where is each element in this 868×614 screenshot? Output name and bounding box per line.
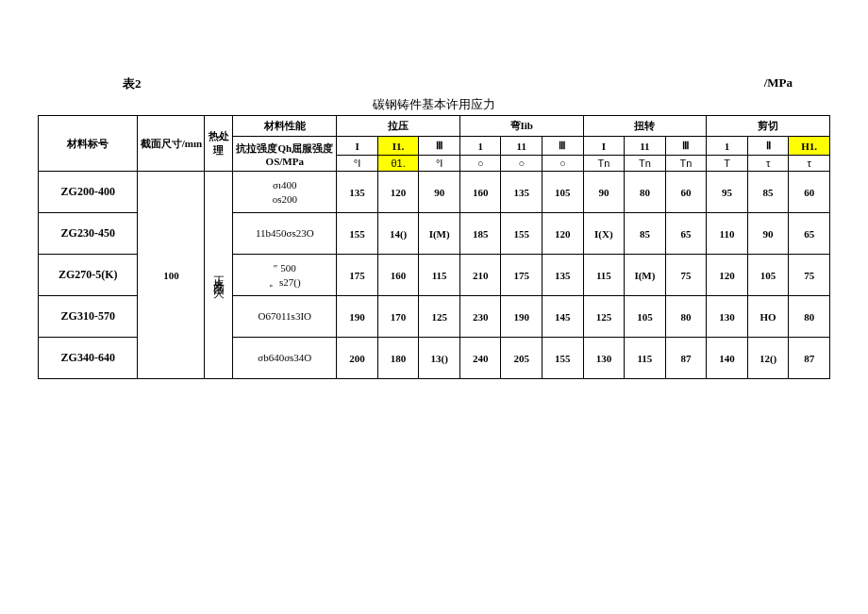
value: 155 xyxy=(542,338,584,379)
value: 145 xyxy=(542,296,584,338)
value: 155 xyxy=(337,213,378,255)
value: 13() xyxy=(419,338,460,379)
col-material: 材料标号 xyxy=(39,116,138,172)
value: 75 xyxy=(789,255,830,296)
value: 190 xyxy=(501,296,542,338)
value: 155 xyxy=(501,213,542,255)
h: Ⅲ xyxy=(419,137,460,156)
value: 60 xyxy=(665,172,707,213)
value: I(M) xyxy=(625,255,666,296)
s: τ xyxy=(747,156,789,172)
value: 115 xyxy=(419,255,460,296)
value: 85 xyxy=(625,213,666,255)
value: 120 xyxy=(707,255,748,296)
value: 85 xyxy=(747,172,789,213)
value: 130 xyxy=(583,338,625,379)
value: 120 xyxy=(377,172,419,213)
value: 125 xyxy=(583,296,625,338)
property: σb640σs34O xyxy=(233,338,337,379)
value: 210 xyxy=(459,255,501,296)
unit-label: /MPa xyxy=(764,75,793,92)
value: 80 xyxy=(625,172,666,213)
property: O67011s3IO xyxy=(233,296,337,338)
value: 65 xyxy=(789,213,830,255)
col-property-detail: 抗拉强度Qh屈服强度OS/MPa xyxy=(233,137,337,172)
value: I(M) xyxy=(419,213,460,255)
s: θ1. xyxy=(377,156,419,172)
value: 140 xyxy=(707,338,748,379)
property: σı400os200 xyxy=(233,172,337,213)
heat-treatment: 正火及回火 xyxy=(205,172,233,379)
value: 160 xyxy=(377,255,419,296)
material: ZG310-570 xyxy=(39,296,138,338)
property: 11b450σs23O xyxy=(233,213,337,255)
s: ○ xyxy=(459,156,501,172)
material: ZG230-450 xyxy=(39,213,138,255)
group-bend: 弯Iib xyxy=(459,116,583,137)
s: Tn xyxy=(583,156,625,172)
value: 75 xyxy=(665,255,707,296)
s: Tn xyxy=(625,156,666,172)
value: 190 xyxy=(337,296,378,338)
value: 80 xyxy=(789,296,830,338)
s: T xyxy=(707,156,748,172)
h: I xyxy=(583,137,625,156)
value: 60 xyxy=(789,172,830,213)
value: HO xyxy=(747,296,789,338)
value: 240 xyxy=(459,338,501,379)
group-torsion: 扭转 xyxy=(583,116,707,137)
value: 14() xyxy=(377,213,419,255)
value: 170 xyxy=(377,296,419,338)
value: 120 xyxy=(542,213,584,255)
h: Ⅲ xyxy=(665,137,707,156)
value: 115 xyxy=(625,338,666,379)
value: 175 xyxy=(501,255,542,296)
s: ○ xyxy=(542,156,584,172)
value: 160 xyxy=(459,172,501,213)
h: I1. xyxy=(377,137,419,156)
value: 135 xyxy=(542,255,584,296)
value: 105 xyxy=(625,296,666,338)
value: 12() xyxy=(747,338,789,379)
table-title: 碳钢铸件基本许用应力 xyxy=(38,96,830,113)
s: ○ xyxy=(501,156,542,172)
value: 135 xyxy=(501,172,542,213)
material: ZG270-5(K) xyxy=(39,255,138,296)
value: 115 xyxy=(583,255,625,296)
table-number: 表2 xyxy=(123,75,142,92)
h: I xyxy=(337,137,378,156)
value: 230 xyxy=(459,296,501,338)
value: 87 xyxy=(789,338,830,379)
value: I(X) xyxy=(583,213,625,255)
s: °I xyxy=(419,156,460,172)
value: 65 xyxy=(665,213,707,255)
value: 90 xyxy=(583,172,625,213)
stress-table: 材料标号 截面尺寸/mın 热处理 材料性能 拉压 弯Iib 扭转 剪切 抗拉强… xyxy=(38,115,830,379)
s: Tn xyxy=(665,156,707,172)
value: 180 xyxy=(377,338,419,379)
h: 1 xyxy=(459,137,501,156)
col-section: 截面尺寸/mın xyxy=(138,116,205,172)
h: Ⅱ xyxy=(747,137,789,156)
h: 11 xyxy=(501,137,542,156)
section-size: 100 xyxy=(138,172,205,379)
value: 90 xyxy=(747,213,789,255)
value: 185 xyxy=(459,213,501,255)
col-heat: 热处理 xyxy=(205,116,233,172)
col-property: 材料性能 xyxy=(233,116,337,137)
h: 11 xyxy=(625,137,666,156)
h: 1 xyxy=(707,137,748,156)
value: 130 xyxy=(707,296,748,338)
group-tension: 拉压 xyxy=(337,116,460,137)
value: 200 xyxy=(337,338,378,379)
value: 80 xyxy=(665,296,707,338)
value: 105 xyxy=(747,255,789,296)
value: 135 xyxy=(337,172,378,213)
h: Ⅲ xyxy=(542,137,584,156)
value: 87 xyxy=(665,338,707,379)
group-shear: 剪切 xyxy=(707,116,830,137)
s: τ xyxy=(789,156,830,172)
s: °I xyxy=(337,156,378,172)
value: 105 xyxy=(542,172,584,213)
property: ″ 500。s27() xyxy=(233,255,337,296)
